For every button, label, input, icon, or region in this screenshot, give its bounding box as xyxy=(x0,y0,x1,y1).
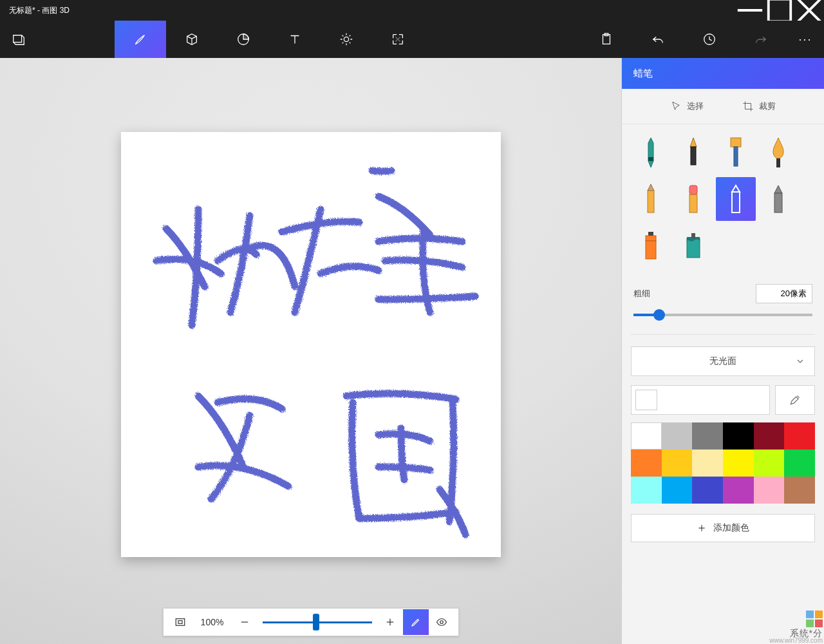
view-mode-button[interactable] xyxy=(429,609,454,635)
svg-rect-30 xyxy=(691,233,695,238)
panel-title: 蜡笔 xyxy=(622,58,824,89)
watermark-url: www.win7999.com xyxy=(769,638,823,644)
canvas-viewport[interactable]: 100% xyxy=(0,58,621,644)
svg-rect-18 xyxy=(731,138,741,147)
undo-button[interactable] xyxy=(632,21,684,58)
color-swatch[interactable] xyxy=(723,422,754,450)
add-color-label: 添加颜色 xyxy=(713,522,749,534)
paste-button[interactable] xyxy=(581,21,632,58)
minimize-button[interactable] xyxy=(735,0,765,21)
color-swatch[interactable] xyxy=(784,477,815,504)
current-color-swatch xyxy=(635,390,657,410)
zoom-out-button[interactable] xyxy=(232,609,258,635)
brush-pixel[interactable] xyxy=(758,177,798,221)
brushes-tab[interactable] xyxy=(115,21,166,58)
svg-rect-17 xyxy=(691,147,696,165)
color-swatch[interactable] xyxy=(631,477,662,504)
zoom-slider-thumb[interactable] xyxy=(313,614,319,630)
svg-point-6 xyxy=(344,37,348,41)
material-dropdown[interactable]: 无光面 xyxy=(631,346,815,376)
drawing-content xyxy=(121,132,501,557)
color-swatch[interactable] xyxy=(754,450,785,477)
thickness-label: 粗细 xyxy=(633,288,650,299)
svg-rect-26 xyxy=(648,232,653,236)
color-swatch[interactable] xyxy=(662,422,693,450)
fit-screen-button[interactable] xyxy=(167,609,193,635)
brush-spray[interactable] xyxy=(631,223,671,267)
svg-rect-16 xyxy=(648,157,653,161)
redo-button[interactable] xyxy=(735,21,787,58)
history-button[interactable] xyxy=(684,21,735,58)
brush-marker[interactable] xyxy=(631,131,671,175)
svg-rect-28 xyxy=(646,241,656,259)
more-button[interactable]: ··· xyxy=(787,21,824,58)
window-controls xyxy=(735,0,824,21)
color-swatch[interactable] xyxy=(784,450,815,477)
brush-watercolor[interactable] xyxy=(758,131,798,175)
thickness-input[interactable] xyxy=(756,284,812,303)
watermark: 系统*分 www.win7999.com xyxy=(769,611,823,644)
main-toolbar: ··· xyxy=(0,21,824,58)
canvas[interactable] xyxy=(121,132,501,557)
brush-crayon[interactable] xyxy=(716,177,756,221)
color-swatch[interactable] xyxy=(754,477,785,504)
add-color-button[interactable]: 添加颜色 xyxy=(631,514,815,542)
svg-rect-29 xyxy=(687,238,700,258)
close-button[interactable] xyxy=(794,0,824,21)
window-title: 无标题* - 画图 3D xyxy=(0,5,70,16)
svg-point-15 xyxy=(440,621,443,624)
stickers-tab[interactable] xyxy=(218,21,269,58)
view-controls: 100% xyxy=(163,608,459,636)
zoom-slider[interactable] xyxy=(263,621,372,623)
menu-button[interactable] xyxy=(0,21,37,58)
brush-calligraphy[interactable] xyxy=(673,131,713,175)
color-swatch[interactable] xyxy=(784,422,815,450)
text-tab[interactable] xyxy=(269,21,321,58)
material-label: 无光面 xyxy=(709,355,736,367)
svg-rect-24 xyxy=(732,192,740,213)
select-tool[interactable]: 选择 xyxy=(670,100,704,112)
color-swatch[interactable] xyxy=(631,450,662,477)
maximize-button[interactable] xyxy=(765,0,794,21)
zoom-value: 100% xyxy=(193,617,232,627)
selection-tools: 选择 裁剪 xyxy=(622,89,824,124)
brush-grid xyxy=(622,124,824,267)
svg-rect-21 xyxy=(648,191,654,213)
brush-pencil[interactable] xyxy=(631,177,671,221)
color-swatch[interactable] xyxy=(662,477,693,504)
thickness-slider-thumb[interactable] xyxy=(653,309,665,321)
zoom-in-button[interactable] xyxy=(377,609,403,635)
color-swatch[interactable] xyxy=(754,422,785,450)
svg-rect-4 xyxy=(14,35,22,43)
color-swatch[interactable] xyxy=(631,422,662,450)
crop-icon xyxy=(742,100,754,112)
crop-tool[interactable]: 裁剪 xyxy=(742,100,776,112)
svg-rect-10 xyxy=(176,619,185,626)
canvas-tab[interactable] xyxy=(372,21,424,58)
side-panel: 蜡笔 选择 裁剪 粗细 xyxy=(621,58,824,644)
color-swatch[interactable] xyxy=(662,450,693,477)
svg-rect-20 xyxy=(776,158,780,167)
color-swatch[interactable] xyxy=(723,477,754,504)
plus-icon xyxy=(697,523,707,533)
brush-oil[interactable] xyxy=(716,131,756,175)
thickness-slider[interactable] xyxy=(633,314,812,316)
main-area: 100% 蜡笔 选择 xyxy=(0,58,824,644)
svg-rect-19 xyxy=(734,147,738,166)
eyedropper-icon xyxy=(789,393,801,406)
title-bar: 无标题* - 画图 3D xyxy=(0,0,824,21)
shapes-3d-tab[interactable] xyxy=(166,21,218,58)
brush-fill[interactable] xyxy=(673,223,713,267)
edit-mode-button[interactable] xyxy=(403,609,429,635)
effects-tab[interactable] xyxy=(321,21,372,58)
svg-rect-23 xyxy=(689,194,697,213)
eyedropper-button[interactable] xyxy=(775,385,815,415)
color-swatch[interactable] xyxy=(692,422,723,450)
thickness-row: 粗细 xyxy=(622,267,824,306)
brush-eraser[interactable] xyxy=(673,177,713,221)
color-swatch[interactable] xyxy=(723,450,754,477)
color-palette xyxy=(631,422,815,504)
current-color[interactable] xyxy=(631,385,770,415)
color-swatch[interactable] xyxy=(692,477,723,504)
color-swatch[interactable] xyxy=(692,450,723,477)
